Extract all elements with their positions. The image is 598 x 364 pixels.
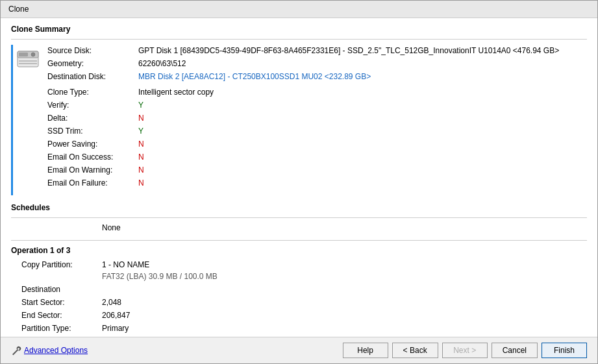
op1-partition-type-row: Partition Type: Primary	[11, 322, 587, 334]
wrench-icon	[11, 345, 21, 356]
email-success-row: Email On Success: N	[47, 151, 587, 163]
ssd-trim-value: Y	[138, 125, 587, 137]
help-button[interactable]: Help	[343, 343, 388, 358]
email-warning-row: Email On Warning: N	[47, 164, 587, 176]
content-area: Clone Summary Sourc	[1, 18, 597, 337]
power-saving-label: Power Saving:	[47, 138, 138, 150]
clone-type-label: Clone Type:	[47, 86, 138, 98]
summary-divider	[11, 39, 587, 40]
svg-rect-4	[19, 60, 37, 62]
verify-value: Y	[138, 99, 587, 111]
destination-disk-value: MBR Disk 2 [AEA8AC12] - CT250BX100SSD1 M…	[138, 71, 587, 82]
geometry-value: 62260\63\512	[138, 58, 587, 69]
delta-value: N	[138, 112, 587, 124]
summary-block: Source Disk: GPT Disk 1 [68439DC5-4359-4…	[16, 45, 587, 195]
op1-partition-type-label: Partition Type:	[11, 322, 102, 334]
op1-partition-type-value: Primary	[102, 322, 587, 334]
clone-summary-section: Clone Summary Sourc	[11, 25, 587, 195]
destination-disk-label: Destination Disk:	[47, 71, 138, 82]
email-failure-label: Email On Failure:	[47, 177, 138, 189]
verify-label: Verify:	[47, 99, 138, 111]
destination-disk-row: Destination Disk: MBR Disk 2 [AEA8AC12] …	[47, 71, 587, 82]
window-title: Clone	[8, 5, 29, 14]
svg-point-3	[31, 53, 35, 56]
geometry-label: Geometry:	[47, 58, 138, 69]
op1-end-sector-value: 206,847	[102, 309, 587, 321]
email-warning-value: N	[138, 164, 587, 176]
delta-row: Delta: N	[47, 112, 587, 124]
advanced-options-link[interactable]: Advanced Options	[24, 346, 88, 355]
back-button[interactable]: < Back	[392, 343, 438, 358]
op1-end-sector-label: End Sector:	[11, 309, 102, 321]
email-success-value: N	[138, 151, 587, 163]
source-disk-row: Source Disk: GPT Disk 1 [68439DC5-4359-4…	[47, 45, 587, 56]
op1-copy-partition-label: Copy Partition:	[11, 259, 102, 282]
delta-label: Delta:	[47, 112, 138, 124]
summary-details: Source Disk: GPT Disk 1 [68439DC5-4359-4…	[47, 45, 587, 190]
power-saving-row: Power Saving: N	[47, 138, 587, 150]
footer-left: Advanced Options	[11, 345, 338, 356]
op1-end-sector-row: End Sector: 206,847	[11, 309, 587, 321]
title-bar: Clone	[1, 1, 597, 18]
clone-summary-title: Clone Summary	[11, 25, 587, 34]
op1-start-sector-value: 2,048	[102, 297, 587, 308]
op1-destination-label: Destination	[11, 284, 102, 295]
clone-summary-wrapper: Source Disk: GPT Disk 1 [68439DC5-4359-4…	[11, 45, 587, 195]
schedules-divider	[11, 217, 587, 218]
schedules-section: Schedules None	[11, 203, 587, 232]
op1-start-sector-row: Start Sector: 2,048	[11, 297, 587, 308]
geometry-row: Geometry: 62260\63\512	[47, 58, 587, 69]
op1-destination-value	[102, 284, 587, 295]
operation1-section: Operation 1 of 3 Copy Partition: 1 - NO …	[11, 240, 587, 334]
cancel-button[interactable]: Cancel	[492, 343, 538, 358]
next-button[interactable]: Next >	[442, 343, 488, 358]
schedules-title: Schedules	[11, 203, 587, 212]
footer: Advanced Options Help < Back Next > Canc…	[1, 337, 597, 363]
ssd-trim-row: SSD Trim: Y	[47, 125, 587, 137]
op1-partition-detail: FAT32 (LBA) 30.9 MB / 100.0 MB	[102, 272, 218, 281]
op1-copy-partition-row: Copy Partition: 1 - NO NAME FAT32 (LBA) …	[11, 259, 587, 282]
clone-window: Clone Clone Summary	[0, 0, 598, 364]
email-warning-label: Email On Warning:	[47, 164, 138, 176]
ssd-trim-label: SSD Trim:	[47, 125, 138, 137]
source-disk-value: GPT Disk 1 [68439DC5-4359-49DF-8F63-8A46…	[138, 45, 587, 56]
footer-buttons: Help < Back Next > Cancel Finish	[343, 343, 587, 358]
svg-rect-5	[19, 63, 37, 64]
source-disk-label: Source Disk:	[47, 45, 138, 56]
blue-accent-bar	[11, 45, 13, 195]
verify-row: Verify: Y	[47, 99, 587, 111]
disk-icon	[16, 47, 40, 71]
schedules-value: None	[11, 223, 587, 232]
finish-button[interactable]: Finish	[542, 343, 587, 358]
op1-copy-partition-value: 1 - NO NAME FAT32 (LBA) 30.9 MB / 100.0 …	[102, 259, 587, 282]
power-saving-value: N	[138, 138, 587, 150]
email-failure-value: N	[138, 177, 587, 189]
op1-start-sector-label: Start Sector:	[11, 297, 102, 308]
clone-type-value: Intelligent sector copy	[138, 86, 587, 98]
email-failure-row: Email On Failure: N	[47, 177, 587, 189]
op1-destination-row: Destination	[11, 284, 587, 295]
svg-rect-2	[19, 53, 28, 56]
operation1-title: Operation 1 of 3	[11, 246, 587, 255]
clone-type-row: Clone Type: Intelligent sector copy	[47, 86, 587, 98]
op1-partition-name: 1 - NO NAME	[102, 260, 149, 269]
email-success-label: Email On Success:	[47, 151, 138, 163]
